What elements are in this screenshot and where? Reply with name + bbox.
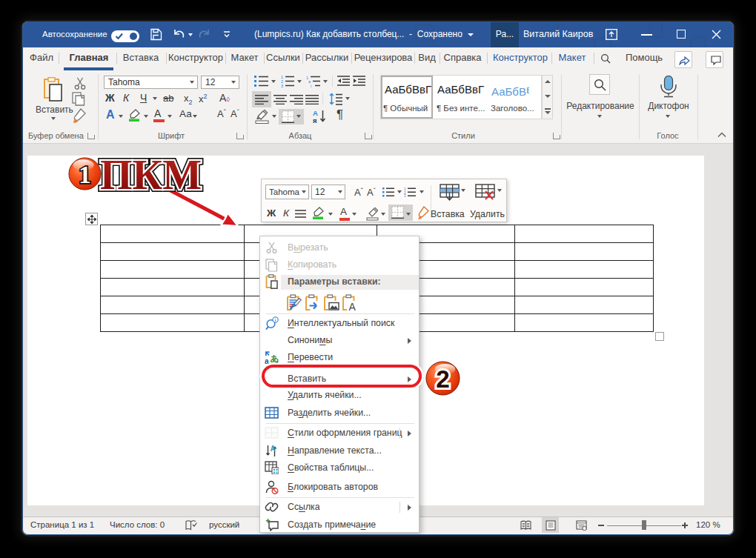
svg-text:3: 3 xyxy=(404,194,406,197)
svg-text:1: 1 xyxy=(79,161,91,188)
svg-text:3: 3 xyxy=(281,84,283,87)
svg-text:А: А xyxy=(271,445,276,453)
svg-text:2: 2 xyxy=(436,365,450,393)
svg-text:А: А xyxy=(349,301,357,312)
svg-text:я: я xyxy=(313,116,317,124)
svg-text:i: i xyxy=(311,84,311,87)
svg-text:а: а xyxy=(265,357,269,365)
svg-text:ПКМ: ПКМ xyxy=(100,152,202,198)
